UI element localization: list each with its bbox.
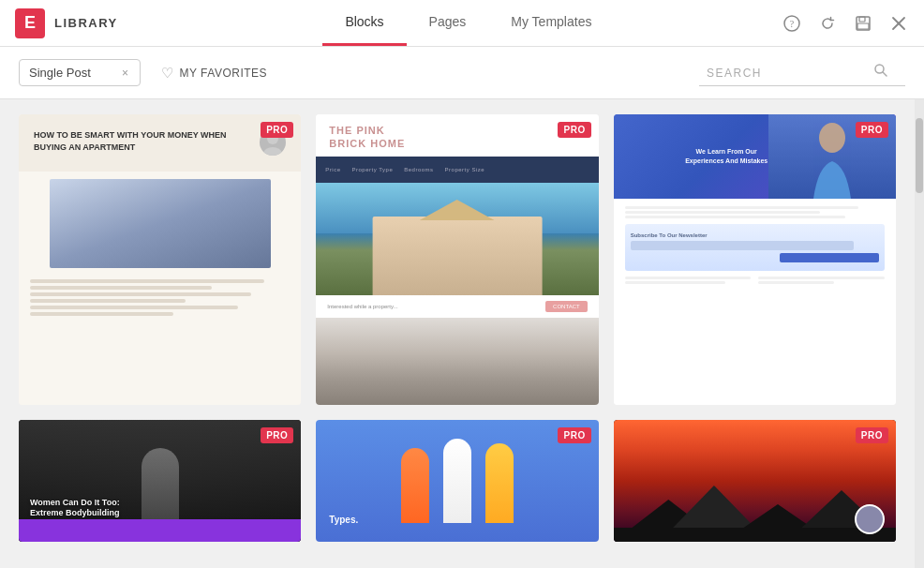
header: E LIBRARY Blocks Pages My Templates ? (0, 0, 924, 47)
svg-rect-16 (614, 528, 896, 542)
search-input[interactable] (707, 66, 866, 80)
tab-my-templates[interactable]: My Templates (488, 0, 614, 46)
tab-blocks[interactable]: Blocks (322, 0, 406, 46)
person-illustration (443, 439, 471, 523)
header-icons: ? (782, 13, 909, 34)
template-card[interactable]: PRO Types. (316, 420, 598, 542)
elementor-logo: E (15, 8, 45, 38)
pro-badge: PRO (856, 427, 888, 443)
person-illustration (485, 443, 514, 523)
svg-line-8 (883, 72, 887, 76)
scrollbar-thumb[interactable] (916, 118, 923, 193)
tab-pages[interactable]: Pages (407, 0, 489, 46)
svg-rect-4 (857, 23, 869, 29)
kitchen-image (316, 318, 598, 405)
toolbar: Single Post × ♡ MY FAVORITES (0, 47, 924, 99)
template-card[interactable]: PRO HOW TO BE SMART WITH YOUR MONEY WHEN… (19, 114, 301, 405)
card-header-text: We Learn From Our Experiences And Mistak… (685, 147, 768, 166)
card-title: HOW TO BE SMART WITH YOUR MONEY WHEN BUY… (34, 129, 250, 153)
search-icon (873, 63, 888, 82)
card-text: Types. (329, 515, 358, 525)
person-illustration (401, 448, 429, 523)
library-title: LIBRARY (54, 16, 118, 30)
cta-text: Interested while a property... (327, 304, 397, 309)
pro-badge: PRO (558, 427, 590, 443)
card-title: Women Can Do It Too: Extreme Bodybuildin… (30, 498, 290, 519)
tab-bar: Blocks Pages My Templates (156, 0, 782, 46)
heart-icon: ♡ (161, 65, 174, 82)
template-card[interactable]: PRO We Learn From Our Experiences And Mi… (614, 114, 896, 405)
card-brand: THE PINK BRICK HOME (329, 124, 585, 151)
avatar (855, 504, 885, 534)
save-icon[interactable] (853, 13, 873, 34)
pro-badge: PRO (261, 427, 293, 443)
svg-point-10 (263, 147, 282, 156)
pro-badge: PRO (856, 122, 888, 138)
hero-image (316, 183, 598, 295)
favorites-label: MY FAVORITES (180, 67, 268, 80)
filter-value: Single Post (29, 66, 91, 80)
svg-point-11 (819, 123, 845, 153)
nav-item: Property Size (445, 167, 485, 172)
search-box (699, 59, 905, 86)
template-card[interactable]: PRO THE PINK BRICK HOME Price Property T… (316, 114, 598, 405)
card-image (50, 179, 271, 268)
refresh-icon[interactable] (817, 13, 838, 34)
purple-bar (19, 519, 301, 542)
grid-container: PRO HOW TO BE SMART WITH YOUR MONEY WHEN… (0, 99, 915, 568)
svg-text:?: ? (790, 19, 795, 29)
template-card[interactable]: PRO Women Can Do It Too: Extreme Bodybui… (19, 420, 301, 542)
filter-dropdown[interactable]: Single Post × (19, 59, 141, 86)
nav-item: Price (325, 167, 340, 172)
template-grid: PRO HOW TO BE SMART WITH YOUR MONEY WHEN… (19, 114, 896, 542)
favorites-button[interactable]: ♡ MY FAVORITES (152, 59, 276, 87)
nav-item: Bedrooms (404, 167, 433, 172)
filter-clear-button[interactable]: × (120, 67, 130, 80)
scrollbar[interactable] (915, 99, 924, 568)
pro-badge: PRO (558, 122, 590, 138)
close-icon[interactable] (888, 13, 909, 34)
pro-badge: PRO (261, 122, 293, 138)
template-card[interactable]: PRO (614, 420, 896, 542)
help-icon[interactable]: ? (782, 13, 802, 34)
cta-button[interactable]: CONTACT (545, 301, 588, 312)
main-content: PRO HOW TO BE SMART WITH YOUR MONEY WHEN… (0, 99, 924, 568)
nav-item: Property Type (352, 167, 394, 172)
